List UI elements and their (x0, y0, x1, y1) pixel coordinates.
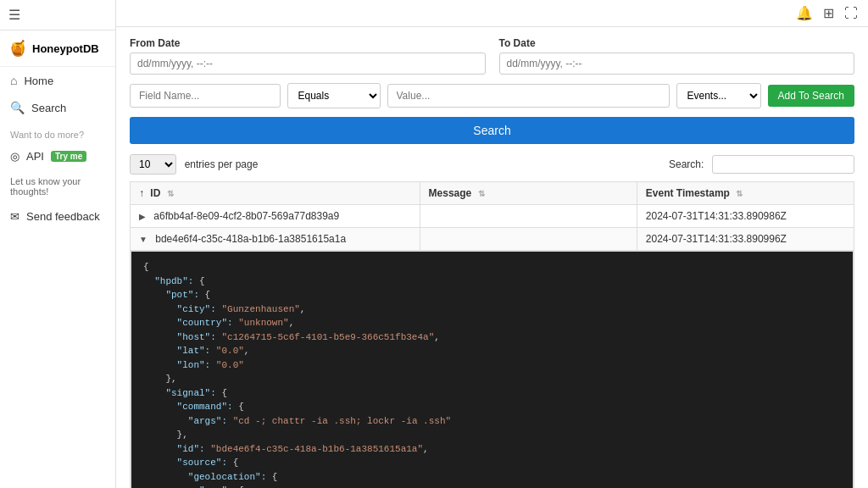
value-input[interactable] (387, 84, 670, 108)
sidebar-home-label: Home (24, 75, 53, 87)
topbar-icons: 🔔 ⊞ ⛶ (796, 5, 858, 21)
table-controls: 10 25 50 100 entries per page Search: (130, 154, 854, 175)
from-date-label: From Date (130, 37, 486, 49)
table-row-json: { "hpdb": { "pot": { "city": "Gunzenhaus… (131, 251, 854, 489)
api-label: API (26, 150, 44, 163)
ts-sort-icon: ⇅ (736, 189, 743, 198)
sidebar-item-home[interactable]: ⌂ Home (0, 67, 115, 94)
row1-message-cell (420, 205, 637, 228)
table-search-label: Search: (669, 158, 704, 170)
try-badge: Try me (51, 151, 86, 162)
from-date-input[interactable] (130, 53, 486, 75)
msg-sort-icon: ⇅ (478, 189, 485, 198)
main-content: 🔔 ⊞ ⛶ From Date To Date Equals Not Equal… (116, 0, 868, 488)
entries-per-page-select[interactable]: 10 25 50 100 (130, 154, 176, 175)
events-select[interactable]: Events... Attacks Logins Commands (676, 83, 761, 108)
to-date-input[interactable] (499, 53, 855, 75)
table-body: ▶ a6fbb4af-8e09-4cf2-8b07-569a77d839a9 2… (131, 205, 854, 489)
id-sort-icon: ⇅ (167, 189, 174, 198)
to-date-field: To Date (499, 37, 855, 75)
sidebar-logo: 🍯 HoneypotDB (0, 30, 115, 67)
thoughts-label: Let us know your thoughts! (0, 169, 115, 203)
row1-id: a6fbb4af-8e09-4cf2-8b07-569a77d839a9 (153, 210, 339, 222)
to-date-label: To Date (499, 37, 855, 49)
sidebar-item-feedback[interactable]: ✉ Send feedback (0, 203, 115, 230)
row2-id-cell: ▼ bde4e6f4-c35c-418a-b1b6-1a3851615a1a (131, 228, 420, 251)
table-search-input[interactable] (712, 155, 854, 174)
bell-icon[interactable]: 🔔 (796, 5, 813, 21)
entries-control: 10 25 50 100 entries per page (130, 154, 258, 175)
api-icon: ◎ (10, 150, 19, 163)
row2-message-cell (420, 228, 637, 251)
main-topbar: 🔔 ⊞ ⛶ (116, 0, 868, 27)
want-more-label: Want to do more? (0, 121, 115, 143)
col-header-id[interactable]: ↑ ID ⇅ (131, 182, 420, 205)
content-area: From Date To Date Equals Not Equals Cont… (116, 27, 868, 488)
table-row: ▼ bde4e6f4-c35c-418a-b1b6-1a3851615a1a 2… (131, 228, 854, 251)
sidebar-search-label: Search (31, 102, 66, 114)
col-header-timestamp[interactable]: Event Timestamp ⇅ (637, 182, 854, 205)
sidebar-item-search[interactable]: 🔍 Search (0, 94, 115, 121)
sidebar-item-api[interactable]: ◎ API Try me (0, 143, 115, 169)
row1-id-cell: ▶ a6fbb4af-8e09-4cf2-8b07-569a77d839a9 (131, 205, 420, 228)
sidebar: ☰ 🍯 HoneypotDB ⌂ Home 🔍 Search Want to d… (0, 0, 116, 488)
sidebar-topbar: ☰ (0, 0, 115, 30)
grid-icon[interactable]: ⊞ (823, 5, 834, 21)
filter-row: Equals Not Equals Contains Greater Than … (130, 83, 854, 108)
row2-timestamp-cell: 2024-07-31T14:31:33.890996Z (637, 228, 854, 251)
col-header-message[interactable]: Message ⇅ (420, 182, 637, 205)
row2-id: bde4e6f4-c35c-418a-b1b6-1a3851615a1a (155, 233, 346, 245)
table-row: ▶ a6fbb4af-8e09-4cf2-8b07-569a77d839a9 2… (131, 205, 854, 228)
hamburger-icon[interactable]: ☰ (8, 7, 20, 23)
row1-expand-icon[interactable]: ▶ (139, 212, 146, 221)
add-to-search-button[interactable]: Add To Search (768, 85, 855, 107)
field-name-input[interactable] (130, 84, 281, 108)
table-header: ↑ ID ⇅ Message ⇅ Event Timestamp ⇅ (131, 182, 854, 205)
feedback-icon: ✉ (10, 210, 19, 223)
logo-icon: 🍯 (8, 39, 27, 58)
search-icon: 🔍 (10, 101, 25, 114)
date-filter-row: From Date To Date (130, 37, 854, 75)
feedback-label: Send feedback (26, 210, 100, 223)
equals-select[interactable]: Equals Not Equals Contains Greater Than … (287, 83, 381, 108)
app-name: HoneypotDB (32, 42, 99, 55)
home-icon: ⌂ (10, 74, 17, 87)
from-date-field: From Date (130, 37, 486, 75)
table-search-control: Search: (669, 155, 854, 174)
id-col-sort-icon[interactable]: ↑ (139, 187, 144, 199)
row2-expand-icon[interactable]: ▼ (139, 235, 147, 244)
json-content: { "hpdb": { "pot": { "city": "Gunzenhaus… (131, 251, 854, 488)
data-table: ↑ ID ⇅ Message ⇅ Event Timestamp ⇅ (130, 181, 854, 488)
entries-label: entries per page (185, 158, 259, 170)
search-button[interactable]: Search (130, 117, 854, 144)
row1-timestamp-cell: 2024-07-31T14:31:33.890986Z (637, 205, 854, 228)
expand-icon[interactable]: ⛶ (844, 6, 858, 21)
